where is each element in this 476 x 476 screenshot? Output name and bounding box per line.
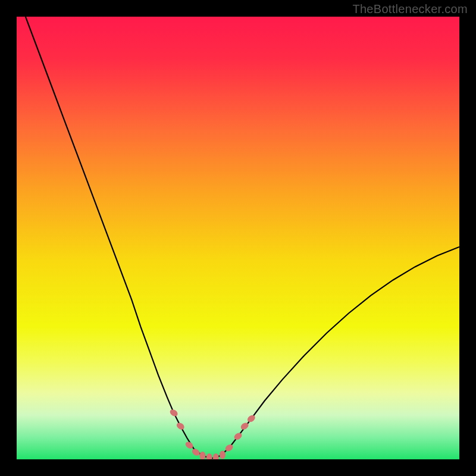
plot-area (17, 17, 459, 459)
data-point (220, 451, 226, 459)
chart-frame: TheBottlenecker.com (0, 0, 476, 476)
watermark-text: TheBottlenecker.com (352, 2, 468, 16)
gradient-background (17, 17, 459, 459)
bottleneck-chart (17, 17, 459, 459)
svg-rect-7 (220, 451, 226, 459)
